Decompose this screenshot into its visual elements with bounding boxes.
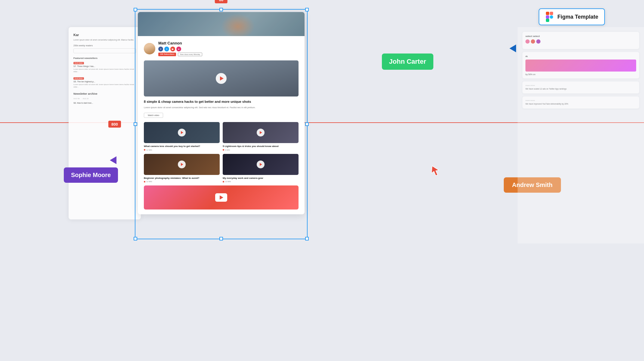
frequency-badge: New class every Monday	[178, 53, 202, 56]
hero-image	[138, 12, 305, 36]
grid-meta-2: 9 MIN	[223, 149, 299, 151]
right-panel: select select rk by 56% on move move We …	[518, 27, 644, 243]
yt-play-icon	[220, 195, 223, 200]
article-title: 8 simple & cheap camera hacks to get bet…	[144, 99, 299, 104]
figma-logo	[545, 13, 554, 21]
svg-point-4	[550, 15, 553, 19]
hero-bg	[138, 12, 305, 36]
archive-sep: ·	[81, 98, 82, 99]
author-name: Matt Cannon	[158, 41, 299, 45]
archive-num: AUG 20	[83, 98, 89, 99]
right-card-img	[525, 60, 636, 72]
small-play-icon-4	[260, 163, 262, 166]
right-panel-inner: select select rk by 56% on move move We …	[518, 27, 644, 116]
right-card-4: move move We have improved YouTube deliv…	[522, 96, 639, 109]
grid-thumb-4[interactable]	[223, 154, 299, 175]
small-play-1[interactable]	[178, 129, 186, 136]
watch-button[interactable]: Watch video	[144, 113, 163, 118]
small-play-4[interactable]	[257, 161, 265, 168]
email-body: Matt Cannon f t ▶ ● 10K Sub	[138, 36, 305, 214]
cursor-blue	[509, 44, 516, 52]
youtube-icon[interactable]: ▶	[170, 47, 175, 51]
grid-duration-4: 13 MIN	[225, 181, 231, 182]
archive-title: Newsletter archive	[73, 92, 136, 95]
grid-title-1: What camera lens should you buy to get s…	[144, 145, 220, 148]
yt-letter: ▶	[172, 48, 174, 50]
fb-letter: f	[160, 48, 161, 50]
video-grid-row2: Beginner photography mistakes: What to a…	[144, 154, 299, 182]
instagram-icon[interactable]: ●	[176, 47, 181, 51]
right-card-3-body: We have scaled 12 ads on Twitter App ran…	[525, 87, 636, 90]
figma-badge-text: Figma Template	[557, 14, 598, 20]
right-card-percent: by 56% on	[525, 73, 636, 75]
dot-pink	[525, 39, 530, 44]
grid-title-4: My everyday work and camera gear	[223, 177, 299, 180]
author-info: Matt Cannon f t ▶ ● 10K Sub	[158, 41, 299, 56]
figma-template-badge: Figma Template	[539, 8, 605, 25]
ig-letter: ●	[178, 48, 180, 50]
small-play-icon-1	[181, 131, 183, 134]
grid-item-4: My everyday work and camera gear 13 MIN	[223, 154, 299, 182]
grid-meta-4: 13 MIN	[223, 181, 299, 182]
avatar-inner	[144, 43, 155, 54]
dot-red	[531, 39, 535, 44]
right-card-3: move move We have scaled 12 ads on Twitt…	[522, 81, 639, 93]
left-item-1-title: S7. Three things I lea...	[73, 65, 136, 67]
grid-meta-3: 12 MIN	[144, 181, 220, 182]
facebook-icon[interactable]: f	[158, 47, 163, 51]
play-icon	[220, 76, 224, 81]
badge-john: John Carter	[382, 54, 433, 70]
cursor-red	[431, 165, 439, 177]
subscriber-badge: 10K Subscribers	[158, 53, 176, 56]
grid-thumb-3[interactable]	[144, 154, 220, 175]
left-item-2-text: Lorem ipsum dolor sit amet elit. lorem i…	[73, 83, 136, 88]
grid-item-1: What camera lens should you buy to get s…	[144, 122, 220, 151]
badge-sophie: Sophie Moore	[64, 167, 118, 183]
cta-section	[144, 185, 299, 210]
featured-badge-1: FEATURED	[73, 62, 84, 64]
left-panel-stat: 250k weekly readers	[73, 44, 136, 47]
small-play-icon-3	[181, 163, 183, 166]
small-play-icon-2	[260, 131, 262, 134]
left-newsletter-panel: Kar Lorem ipsum dolor sit amet consectet…	[69, 27, 141, 219]
meta-dot-4	[223, 181, 224, 182]
left-item-1: FEATURED S7. Three things I lea... Lorem…	[73, 62, 136, 73]
right-card-1-title: select select	[525, 35, 636, 38]
grid-thumb-2[interactable]	[223, 122, 299, 143]
meta-dot-3	[144, 181, 145, 182]
left-panel-section: Featured newsletters	[73, 57, 136, 60]
author-socials: f t ▶ ●	[158, 47, 299, 51]
meta-dot-2	[223, 149, 224, 151]
twitter-icon[interactable]: t	[164, 47, 169, 51]
archive-row: AUG 4th · AUG 20	[73, 98, 136, 99]
grid-duration-2: 9 MIN	[225, 149, 230, 151]
featured-video-thumb[interactable]	[144, 60, 299, 96]
author-avatar	[144, 43, 155, 54]
left-item-1-text: Lorem ipsum dolor sit amet elit. lorem i…	[73, 68, 136, 73]
small-play-2[interactable]	[257, 129, 265, 136]
grid-title-3: Beginner photography mistakes: What to a…	[144, 177, 220, 180]
right-card-2-title: rk	[525, 55, 636, 58]
play-button[interactable]	[216, 73, 227, 84]
left-panel-title: Kar	[73, 33, 136, 37]
svg-rect-3	[546, 19, 549, 22]
grid-thumb-1[interactable]	[144, 122, 220, 143]
right-card-2: rk by 56% on	[522, 52, 639, 78]
svg-rect-1	[550, 12, 553, 15]
featured-badge-2: FEATURED	[73, 77, 84, 80]
right-card-4-body: We have improved YouTube deliverability …	[525, 102, 636, 106]
small-play-3[interactable]	[178, 161, 186, 168]
svg-rect-2	[546, 15, 549, 19]
email-input-preview	[73, 48, 136, 53]
video-grid-row1: What camera lens should you buy to get s…	[144, 122, 299, 151]
right-card-3-sub: move move	[525, 84, 636, 86]
right-dots	[525, 39, 636, 44]
grid-duration-1: 12 MIN	[146, 149, 152, 151]
tw-letter: t	[166, 48, 167, 50]
right-card-4-sub: move move	[525, 99, 636, 101]
grid-duration-3: 12 MIN	[146, 181, 152, 182]
archive-item-title: S8. How to start inve...	[73, 102, 136, 104]
youtube-cta-icon	[215, 193, 227, 202]
left-panel-desc: Lorem ipsum dolor sit amet consectetur a…	[73, 38, 136, 41]
left-item-2: FEATURED S5. The ten highest-p... Lorem …	[73, 77, 136, 88]
